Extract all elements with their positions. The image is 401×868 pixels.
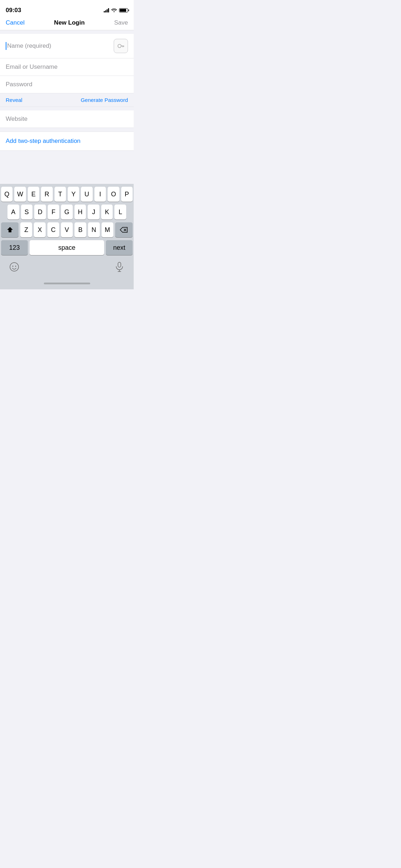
numeric-key[interactable]: 123 — [1, 240, 28, 255]
status-bar: 09:03 — [0, 0, 134, 16]
svg-point-0 — [118, 44, 121, 47]
shift-icon — [6, 226, 14, 233]
key-x[interactable]: X — [34, 222, 46, 237]
status-icons — [104, 7, 128, 13]
key-l[interactable]: L — [114, 205, 126, 219]
key-n[interactable]: N — [88, 222, 100, 237]
key-t[interactable]: T — [55, 187, 66, 202]
two-step-auth-section: Add two-step authentication — [0, 131, 134, 151]
name-input[interactable] — [7, 42, 114, 50]
keyboard-row-1: Q W E R T Y U I O P — [1, 187, 133, 202]
key-g[interactable]: G — [61, 205, 73, 219]
website-field-row[interactable] — [0, 110, 134, 128]
key-v[interactable]: V — [61, 222, 73, 237]
key-f[interactable]: F — [48, 205, 60, 219]
key-k[interactable]: K — [101, 205, 113, 219]
wifi-icon — [111, 7, 117, 13]
key-p[interactable]: P — [121, 187, 133, 202]
password-actions-bar: Reveal Generate Password — [0, 93, 134, 107]
home-bar — [44, 283, 90, 284]
svg-point-3 — [15, 266, 16, 267]
key-r[interactable]: R — [41, 187, 52, 202]
home-indicator — [1, 277, 133, 289]
svg-point-1 — [10, 263, 19, 271]
email-input[interactable] — [6, 63, 128, 71]
key-u[interactable]: U — [81, 187, 92, 202]
svg-point-2 — [12, 266, 14, 267]
emoji-icon — [9, 262, 19, 272]
space-key[interactable]: space — [30, 240, 104, 255]
key-j[interactable]: J — [88, 205, 99, 219]
key-a[interactable]: A — [7, 205, 19, 219]
key-icon — [117, 42, 125, 50]
key-m[interactable]: M — [102, 222, 113, 237]
key-d[interactable]: D — [34, 205, 46, 219]
key-e[interactable]: E — [28, 187, 39, 202]
website-input[interactable] — [6, 115, 128, 123]
generate-password-button[interactable]: Generate Password — [81, 97, 128, 103]
next-key[interactable]: next — [106, 240, 133, 255]
keyboard-extras-bar — [1, 258, 133, 277]
keyboard-row-2: A S D F G H J K L — [1, 205, 133, 219]
add-two-step-button[interactable]: Add two-step authentication — [6, 138, 81, 144]
key-h[interactable]: H — [74, 205, 86, 219]
key-b[interactable]: B — [74, 222, 86, 237]
form-section — [0, 34, 134, 93]
key-w[interactable]: W — [14, 187, 26, 202]
key-z[interactable]: Z — [20, 222, 32, 237]
save-button[interactable]: Save — [114, 19, 128, 26]
keyboard-row-3: Z X C V B N M — [1, 222, 133, 237]
keyboard-row-4: 123 space next — [1, 240, 133, 255]
page-title: New Login — [54, 19, 85, 26]
emoji-key[interactable] — [7, 259, 22, 274]
key-q[interactable]: Q — [1, 187, 12, 202]
text-cursor — [6, 42, 6, 50]
signal-icon — [104, 8, 109, 12]
name-field-row[interactable] — [0, 34, 134, 58]
key-c[interactable]: C — [47, 222, 59, 237]
key-o[interactable]: O — [108, 187, 119, 202]
microphone-icon — [115, 262, 124, 272]
svg-rect-4 — [118, 262, 121, 267]
battery-icon — [119, 8, 128, 12]
key-i[interactable]: I — [94, 187, 106, 202]
key-s[interactable]: S — [21, 205, 33, 219]
password-input[interactable] — [6, 81, 128, 88]
key-y[interactable]: Y — [68, 187, 79, 202]
website-section — [0, 110, 134, 128]
key-icon-button[interactable] — [114, 39, 128, 53]
email-field-row[interactable] — [0, 58, 134, 76]
backspace-key[interactable] — [115, 222, 133, 237]
reveal-button[interactable]: Reveal — [6, 97, 22, 103]
nav-bar: Cancel New Login Save — [0, 16, 134, 30]
shift-key[interactable] — [1, 222, 19, 237]
backspace-icon — [120, 227, 128, 233]
microphone-key[interactable] — [112, 259, 127, 274]
keyboard: Q W E R T Y U I O P A S D F G H J K L Z … — [0, 184, 134, 289]
cancel-button[interactable]: Cancel — [6, 19, 25, 26]
password-field-row[interactable] — [0, 76, 134, 93]
status-time: 09:03 — [6, 7, 21, 14]
